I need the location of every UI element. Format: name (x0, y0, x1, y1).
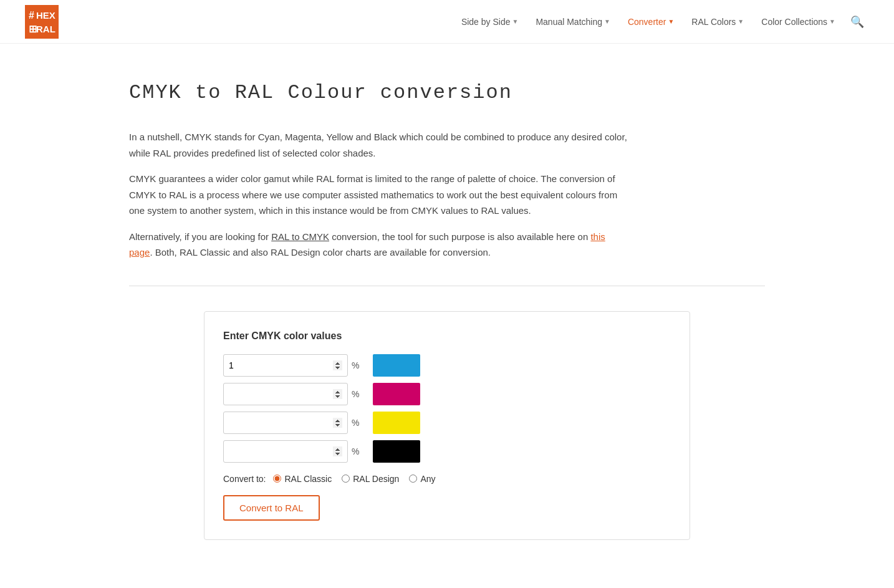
chevron-down-icon: ▼ (829, 18, 835, 25)
svg-text:HEX: HEX (36, 10, 55, 21)
cyan-row: % (223, 354, 671, 377)
description-para3: Alternatively, if you are looking for RA… (129, 229, 628, 261)
yellow-row: % (223, 412, 671, 434)
convert-to-section: Convert to: RAL Classic RAL Design Any (223, 474, 671, 484)
converter-box: Enter CMYK color values % % % % Convert (204, 311, 690, 540)
description-para1: In a nutshell, CMYK stands for Cyan, Mag… (129, 129, 628, 161)
description-para2: CMYK guarantees a wider color gamut whil… (129, 171, 628, 219)
magenta-row: % (223, 383, 671, 405)
chevron-down-icon: ▼ (668, 18, 674, 25)
radio-design-label: RAL Design (353, 474, 399, 484)
nav-label-ral-colors: RAL Colors (691, 17, 736, 27)
magenta-percent-label: % (352, 389, 364, 399)
page-title: CMYK to RAL Colour conversion (129, 81, 765, 104)
magenta-swatch (373, 383, 420, 405)
radio-any-input[interactable] (409, 475, 417, 483)
black-input[interactable] (223, 440, 348, 463)
nav-item-ral-colors[interactable]: RAL Colors ▼ (684, 12, 751, 32)
chevron-down-icon: ▼ (604, 18, 610, 25)
logo-icon: # HEX ⊞ RAL (25, 5, 59, 39)
black-percent-label: % (352, 446, 364, 456)
site-header: # HEX ⊞ RAL Side by Side ▼ Manual Matchi… (0, 0, 894, 44)
divider (129, 286, 765, 286)
chevron-down-icon: ▼ (738, 18, 744, 25)
nav-item-converter[interactable]: Converter ▼ (620, 12, 681, 32)
main-nav: Side by Side ▼ Manual Matching ▼ Convert… (454, 10, 869, 34)
yellow-swatch (373, 412, 420, 434)
nav-item-manual-matching[interactable]: Manual Matching ▼ (528, 12, 618, 32)
nav-label-manual-matching: Manual Matching (536, 17, 602, 27)
main-content: CMYK to RAL Colour conversion In a nutsh… (104, 44, 790, 588)
radio-any[interactable]: Any (409, 474, 435, 484)
ral-to-cmyk-link[interactable]: RAL to CMYK (271, 231, 329, 242)
converter-heading: Enter CMYK color values (223, 330, 671, 342)
svg-text:#: # (29, 10, 34, 21)
convert-to-ral-button[interactable]: Convert to RAL (223, 495, 320, 521)
radio-any-label: Any (420, 474, 435, 484)
black-row: % (223, 440, 671, 463)
chevron-down-icon: ▼ (512, 18, 518, 25)
svg-text:RAL: RAL (36, 24, 55, 34)
nav-item-color-collections[interactable]: Color Collections ▼ (754, 12, 843, 32)
nav-item-side-by-side[interactable]: Side by Side ▼ (454, 12, 526, 32)
cyan-swatch (373, 354, 420, 377)
nav-label-color-collections: Color Collections (761, 17, 827, 27)
logo[interactable]: # HEX ⊞ RAL (25, 5, 59, 39)
black-swatch (373, 440, 420, 463)
search-button[interactable]: 🔍 (845, 10, 869, 34)
yellow-input[interactable] (223, 412, 348, 434)
cyan-input[interactable] (223, 354, 348, 377)
magenta-input[interactable] (223, 383, 348, 405)
nav-label-side-by-side: Side by Side (461, 17, 511, 27)
radio-group: RAL Classic RAL Design Any (273, 474, 435, 484)
cyan-percent-label: % (352, 360, 364, 370)
radio-ral-design[interactable]: RAL Design (342, 474, 399, 484)
convert-to-label: Convert to: (223, 474, 266, 484)
radio-classic-input[interactable] (273, 475, 281, 483)
radio-design-input[interactable] (342, 475, 350, 483)
nav-label-converter: Converter (628, 17, 666, 27)
page-description: In a nutshell, CMYK stands for Cyan, Mag… (129, 129, 628, 261)
radio-classic-label: RAL Classic (284, 474, 332, 484)
radio-ral-classic[interactable]: RAL Classic (273, 474, 332, 484)
yellow-percent-label: % (352, 418, 364, 428)
